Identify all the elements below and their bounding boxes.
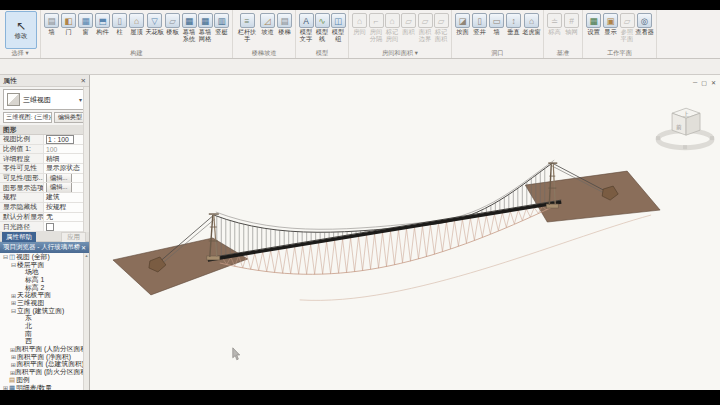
expander-icon[interactable]: ⊟	[2, 253, 9, 260]
edit-button[interactable]: 编辑...	[46, 174, 72, 183]
type-selector-arrow-icon[interactable]: ▾	[79, 96, 82, 103]
tree-spacer	[18, 276, 25, 283]
3d-viewport[interactable]: 上 前 ─ ▢ ✕	[90, 75, 720, 390]
project-browser-title: 项目浏览器 - 人行玻璃吊桥	[3, 243, 80, 252]
edit-type-label: 编辑类型	[58, 113, 82, 122]
modify-button[interactable]: ↖ 修改	[5, 11, 37, 49]
by-face-button[interactable]: ◪按面	[454, 10, 471, 36]
wall-icon: ▤	[44, 13, 59, 28]
dormer-button[interactable]: ⌂老虎窗	[522, 10, 541, 36]
tree-item-floor-plans[interactable]: ⊟楼层平面	[0, 261, 84, 269]
tree-item-elevations[interactable]: ⊟立面 (建筑立面)	[0, 307, 84, 315]
area-button: ▱面积	[400, 10, 417, 36]
tag-room-icon: ⌂	[385, 13, 400, 28]
roof-button[interactable]: ⌂屋顶	[128, 10, 145, 36]
expander-icon[interactable]: ⊟	[10, 261, 17, 268]
column-label: 柱	[116, 29, 122, 36]
model-group-button[interactable]: ◫模型组	[330, 10, 346, 43]
property-label: 默认分析显示...	[0, 212, 43, 222]
show-label: 显示	[604, 29, 616, 36]
ribbon-group-label-select[interactable]: 选择 ▾	[2, 48, 38, 58]
ceiling-icon: ▽	[147, 13, 162, 28]
ramp-button[interactable]: ◿坡道	[259, 10, 276, 36]
wall-opening-label: 墙	[493, 29, 499, 36]
set-button[interactable]: ▦设置	[585, 10, 602, 36]
viewcube-top-label: 上	[683, 111, 689, 117]
edit-button[interactable]: 编辑...	[46, 183, 72, 192]
model-line-button[interactable]: ∿模型线	[314, 10, 330, 43]
ramp-label: 坡道	[261, 29, 273, 36]
ribbon-group-label-opening[interactable]: 洞口	[454, 48, 541, 58]
curtain-grid-icon: ▦	[198, 13, 213, 28]
ceiling-button[interactable]: ▽天花板	[145, 10, 164, 36]
room-button: ⌂房间	[351, 10, 368, 36]
project-browser-scrollbar[interactable]: ▲▼	[83, 253, 89, 390]
ribbon-group-room-area: ⌂房间⌐房间分隔⌂标记房间▱面积▱面积边界▱标记面积房间和面积 ▾	[349, 10, 452, 58]
area-boundary-label: 面积边界	[417, 29, 433, 43]
ribbon: ↖ 修改 选择 ▾ ▤墙◧门▦窗⬒构件▯柱⌂屋顶▽天花板▱楼板▦幕墙系统▦幕墙网…	[0, 10, 720, 59]
checkbox[interactable]	[46, 223, 54, 231]
expander-icon[interactable]: ⊞	[10, 292, 17, 299]
view-restore-icon[interactable]: ▢	[701, 79, 707, 86]
wall-button[interactable]: ▤墙	[43, 10, 60, 36]
curtain-system-button[interactable]: ▦幕墙系统	[181, 10, 197, 43]
ribbon-group-work-plane: ▦设置▣显示▱参照平面◎查看器工作平面	[583, 10, 657, 58]
ribbon-group-label-room-area[interactable]: 房间和面积 ▾	[351, 48, 449, 58]
compass-tick-east[interactable]	[710, 136, 714, 140]
view-close-icon[interactable]: ✕	[711, 79, 716, 86]
model-text-button[interactable]: A模型文字	[298, 10, 314, 43]
component-button[interactable]: ⬒构件	[94, 10, 111, 36]
ribbon-group-label-model[interactable]: 模型	[298, 48, 346, 58]
railing-icon: ≡	[240, 13, 255, 28]
stair-label: 楼梯	[278, 29, 290, 36]
tree-item-south-elevation[interactable]: 南	[0, 330, 84, 338]
ribbon-group-model: A模型文字∿模型线◫模型组模型	[296, 10, 349, 58]
apply-button[interactable]: 应用	[61, 232, 86, 243]
ribbon-group-label-work-plane[interactable]: 工作平面	[585, 48, 654, 58]
curtain-grid-button[interactable]: ▦幕墙网格	[197, 10, 213, 43]
railing-button[interactable]: ≡栏杆扶手	[235, 10, 259, 43]
tree-item-area-plan-fire[interactable]: ⊞面积平面 (防火分区面积)	[0, 368, 84, 376]
project-browser-header[interactable]: 项目浏览器 - 人行玻璃吊桥 ✕	[0, 242, 89, 253]
project-browser-close-icon[interactable]: ✕	[81, 244, 86, 251]
dormer-label: 老虎窗	[522, 29, 541, 36]
compass-tick-south[interactable]	[683, 145, 687, 149]
expander-icon[interactable]: ⊞	[10, 299, 17, 306]
project-browser-tree: ⊟◫视图 (全部)⊟楼层平面场地标高 1标高 2⊞天花板平面⊞三维视图⊟立面 (…	[0, 253, 84, 390]
expander-icon[interactable]: ⊞	[2, 384, 9, 390]
properties-close-icon[interactable]: ✕	[81, 77, 86, 85]
3d-view-type-icon	[7, 93, 20, 106]
ribbon-group-label-circulation[interactable]: 楼梯坡道	[235, 48, 293, 58]
tree-item-north-elevation[interactable]: 北	[0, 322, 84, 330]
view-minimize-icon[interactable]: ─	[693, 79, 697, 86]
door-button[interactable]: ◧门	[60, 10, 77, 36]
expander-icon[interactable]: ⊟	[10, 307, 17, 314]
compass-tick-west[interactable]	[656, 136, 660, 140]
properties-scrollbar[interactable]	[83, 87, 89, 232]
properties-help-link[interactable]: 属性帮助	[2, 232, 36, 243]
edit-type-button[interactable]: 编辑类型	[54, 112, 86, 123]
ribbon-group-label-datum[interactable]: 基准	[546, 48, 580, 58]
column-button[interactable]: ▯柱	[111, 10, 128, 36]
window-button[interactable]: ▦窗	[77, 10, 94, 36]
vertical-button[interactable]: ↕垂直	[505, 10, 522, 36]
shaft-button[interactable]: ▯竖井	[471, 10, 488, 36]
3d-viewport-canvas[interactable]: 上 前	[90, 75, 720, 390]
tree-item-schedules[interactable]: ⊞▦明细表/数量	[0, 384, 84, 390]
ground-plane-right[interactable]	[525, 171, 660, 222]
grid-label: 轴网	[565, 29, 577, 36]
ribbon-group-label-build[interactable]: 构建	[43, 48, 230, 58]
ground-plane-left[interactable]	[113, 238, 248, 295]
viewcube[interactable]: 上 前	[656, 108, 714, 149]
mullion-button[interactable]: ▥竖梃	[213, 10, 230, 36]
model-line-icon: ∿	[315, 13, 330, 28]
tree-spacer	[18, 315, 25, 322]
viewer-button[interactable]: ◎查看器	[635, 10, 654, 36]
view-type-combo[interactable]: 三维视图: {三维} ▾	[3, 112, 52, 123]
type-selector[interactable]: 三维视图 ▾	[3, 89, 86, 110]
wall-opening-button[interactable]: ▭墙	[488, 10, 505, 36]
property-label: 日光路径	[0, 222, 43, 232]
floor-button[interactable]: ▱楼板	[164, 10, 181, 36]
stair-button[interactable]: ▤楼梯	[276, 10, 293, 36]
show-button[interactable]: ▣显示	[602, 10, 619, 36]
